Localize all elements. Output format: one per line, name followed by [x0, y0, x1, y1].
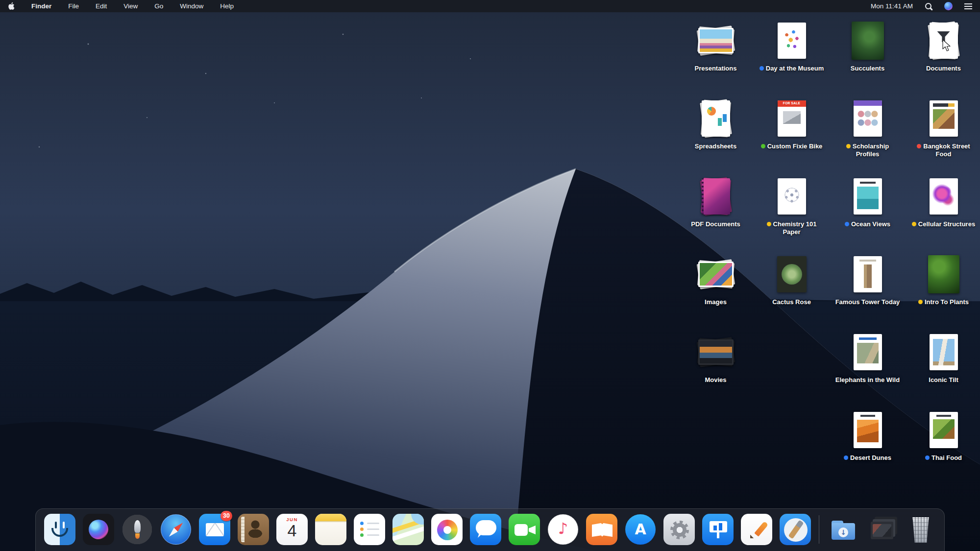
notification-center-icon[interactable]	[964, 3, 972, 9]
stack-thumbnail[interactable]	[695, 331, 737, 373]
dock-contacts-icon[interactable]	[237, 513, 270, 546]
stack-label[interactable]: Thai Food	[925, 454, 962, 462]
dock-trash-icon[interactable]	[904, 513, 936, 546]
menu-edit[interactable]: Edit	[96, 2, 107, 10]
dock-notes-icon[interactable]	[315, 513, 347, 546]
itunes-glyph: ♪	[548, 515, 578, 544]
stack-thumbnail[interactable]	[923, 331, 965, 373]
dock-downloads-icon[interactable]: ↓	[827, 513, 859, 546]
dock-system-preferences-icon[interactable]	[663, 513, 695, 546]
stack-intro-to-plants[interactable]: Intro To Plants	[906, 253, 980, 331]
stack-label[interactable]: Cactus Rose	[772, 298, 811, 306]
dock-books-icon[interactable]	[586, 513, 618, 546]
dock-pages-icon[interactable]	[740, 513, 773, 546]
dock-xcode-icon[interactable]	[779, 513, 811, 546]
stack-label[interactable]: Chemistry 101 Paper	[760, 220, 824, 236]
stack-label[interactable]: Cellular Structures	[912, 220, 975, 228]
app-menu-finder[interactable]: Finder	[31, 2, 51, 10]
dock-messages-icon[interactable]	[469, 513, 502, 546]
dock-photos-icon[interactable]	[431, 513, 463, 546]
stack-chemistry-101-paper[interactable]: Chemistry 101 Paper	[754, 175, 830, 253]
stack-label[interactable]: Desert Dunes	[844, 454, 891, 462]
dock-maps-icon[interactable]	[392, 513, 424, 546]
stack-thumbnail[interactable]	[771, 253, 813, 295]
stack-desert-dunes[interactable]: Desert Dunes	[830, 409, 906, 487]
apple-menu-icon[interactable]	[8, 2, 15, 10]
stack-succulents[interactable]: Succulents	[830, 20, 906, 97]
stack-label[interactable]: Ocean Views	[845, 220, 890, 228]
stack-thumbnail[interactable]	[923, 409, 965, 451]
stack-thumbnail[interactable]	[695, 20, 737, 62]
dock-appstore-icon[interactable]: A	[624, 513, 657, 546]
siri-icon[interactable]	[944, 2, 953, 10]
dock-safari-icon[interactable]	[160, 513, 192, 546]
dock-documents-stack-icon[interactable]	[865, 513, 898, 546]
stack-thumbnail[interactable]	[771, 20, 813, 62]
spotlight-search-icon[interactable]	[925, 2, 932, 10]
stack-label[interactable]: Presentations	[695, 65, 737, 72]
stack-elephants-in-the-wild[interactable]: Elephants in the Wild	[830, 331, 906, 409]
stack-spreadsheets[interactable]: Spreadsheets	[678, 97, 754, 175]
stack-label[interactable]: Images	[705, 298, 727, 306]
stack-ocean-views[interactable]: Ocean Views	[830, 175, 906, 253]
stack-label[interactable]: Succulents	[851, 65, 884, 72]
dock-siri-icon[interactable]	[82, 513, 115, 546]
menubar-clock[interactable]: Mon 11:41 AM	[871, 2, 913, 10]
stack-thumbnail[interactable]	[847, 20, 889, 62]
menu-file[interactable]: File	[68, 2, 79, 10]
menu-help[interactable]: Help	[220, 2, 234, 10]
dock-reminders-icon[interactable]	[353, 513, 386, 546]
stack-thumbnail[interactable]	[923, 253, 965, 295]
dock-mail-icon[interactable]: 30	[198, 513, 231, 546]
stack-thumbnail[interactable]	[771, 175, 813, 217]
stack-label[interactable]: Day at the Museum	[760, 65, 824, 72]
menu-view[interactable]: View	[123, 2, 138, 10]
stack-label[interactable]: Scholarship Profiles	[835, 143, 900, 158]
stack-movies[interactable]: Movies	[678, 331, 754, 409]
dock-itunes-icon[interactable]: ♪	[547, 513, 579, 546]
stack-label[interactable]: Elephants in the Wild	[835, 376, 900, 384]
stack-label[interactable]: Iconic Tilt	[929, 376, 958, 384]
dock-facetime-icon[interactable]	[508, 513, 540, 546]
stack-thumbnail[interactable]	[923, 175, 965, 217]
menu-window[interactable]: Window	[180, 2, 203, 10]
stack-label[interactable]: Movies	[705, 376, 726, 384]
stack-documents[interactable]: Documents	[906, 20, 980, 97]
stack-thumbnail[interactable]	[695, 253, 737, 295]
stack-label[interactable]: Famous Tower Today	[835, 298, 900, 306]
stack-label[interactable]: Bangkok Street Food	[911, 143, 976, 158]
menu-go[interactable]: Go	[154, 2, 163, 10]
stack-label[interactable]: Intro To Plants	[918, 298, 969, 306]
stack-label[interactable]: Spreadsheets	[695, 143, 736, 150]
dock-separator	[819, 515, 819, 544]
stack-thumbnail[interactable]	[695, 97, 737, 140]
stack-thumbnail[interactable]	[923, 97, 965, 140]
stack-cactus-rose[interactable]: Cactus Rose	[754, 253, 830, 331]
stack-iconic-tilt[interactable]: Iconic Tilt	[906, 331, 980, 409]
stack-scholarship-profiles[interactable]: Scholarship Profiles	[830, 97, 906, 175]
dock-keynote-icon[interactable]	[702, 513, 734, 546]
dock-calendar-icon[interactable]: JUN4	[276, 513, 308, 546]
downloads-glyph: ↓	[838, 527, 848, 537]
stack-thumbnail[interactable]	[847, 253, 889, 295]
stack-thumbnail[interactable]	[847, 97, 889, 140]
stack-custom-fixie-bike[interactable]: FOR SALECustom Fixie Bike	[754, 97, 830, 175]
stack-label[interactable]: Documents	[926, 65, 961, 72]
stack-thumbnail[interactable]	[847, 409, 889, 451]
dock-launchpad-icon[interactable]	[121, 513, 153, 546]
stack-presentations[interactable]: Presentations	[678, 20, 754, 97]
stack-thumbnail[interactable]	[847, 175, 889, 217]
stack-thumbnail[interactable]: FOR SALE	[771, 97, 813, 140]
stack-label[interactable]: PDF Documents	[691, 220, 740, 228]
stack-thumbnail[interactable]	[695, 175, 737, 217]
stack-famous-tower-today[interactable]: Famous Tower Today	[830, 253, 906, 331]
dock-finder-icon[interactable]	[44, 513, 76, 546]
stack-pdf-documents[interactable]: PDF Documents	[678, 175, 754, 253]
stack-images[interactable]: Images	[678, 253, 754, 331]
stack-label[interactable]: Custom Fixie Bike	[761, 143, 823, 150]
stack-thumbnail[interactable]	[847, 331, 889, 373]
stack-day-at-the-museum[interactable]: Day at the Museum	[754, 20, 830, 97]
stack-thai-food[interactable]: Thai Food	[906, 409, 980, 487]
stack-bangkok-street-food[interactable]: Bangkok Street Food	[906, 97, 980, 175]
stack-cellular-structures[interactable]: Cellular Structures	[906, 175, 980, 253]
